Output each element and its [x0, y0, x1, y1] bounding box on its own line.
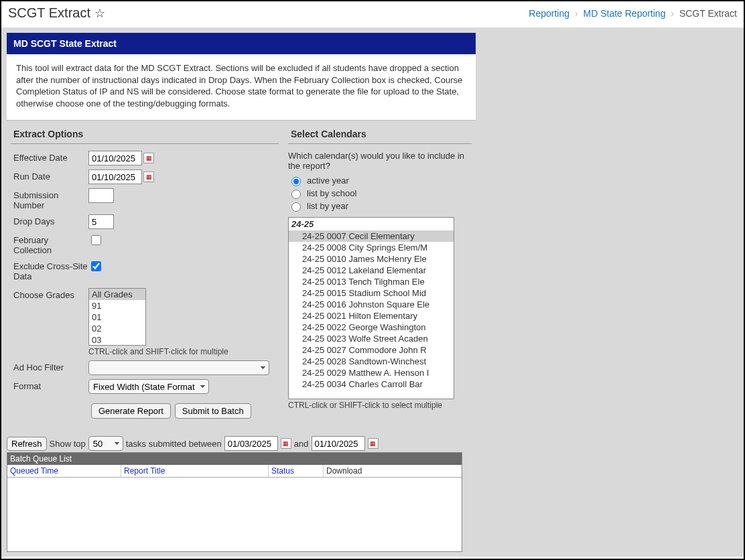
chevron-right-icon: ›	[671, 8, 674, 19]
refresh-button[interactable]: Refresh	[7, 437, 47, 451]
breadcrumb-reporting[interactable]: Reporting	[529, 8, 569, 19]
calendar-item[interactable]: 24-25 0028 Sandtown-Winchest	[289, 356, 454, 367]
breadcrumb: Reporting › MD State Reporting › SCGT Ex…	[529, 8, 737, 19]
queue-date-from-input[interactable]	[224, 436, 278, 451]
grades-listbox[interactable]: All Grades 91 01 02 03	[88, 288, 146, 346]
run-date-input[interactable]	[88, 169, 142, 184]
active-year-label: active year	[307, 176, 349, 186]
exclude-cross-site-checkbox[interactable]	[91, 261, 101, 271]
panel-header: MD SCGT State Extract	[7, 33, 476, 54]
grade-option[interactable]: All Grades	[89, 289, 145, 300]
show-top-select[interactable]: 50	[88, 436, 123, 451]
drop-days-input[interactable]	[88, 214, 114, 229]
calendar-item[interactable]: 24-25 0027 Commodore John R	[289, 344, 454, 356]
calendar-item[interactable]: 24-25 0029 Matthew A. Henson I	[289, 367, 454, 378]
choose-grades-label: Choose Grades	[11, 288, 88, 300]
breadcrumb-current: SCGT Extract	[679, 8, 737, 19]
col-report-title[interactable]: Report Title	[121, 465, 269, 477]
calendar-item[interactable]: 24-25 0012 Lakeland Elementar	[289, 265, 454, 276]
chevron-right-icon: ›	[575, 8, 578, 19]
drop-days-label: Drop Days	[11, 214, 88, 226]
february-collection-label: February Collection	[11, 233, 88, 255]
calendar-listbox[interactable]: 24-25 24-25 0007 Cecil Elementary 24-25 …	[288, 217, 454, 399]
col-download: Download	[324, 465, 462, 477]
list-by-year-radio[interactable]	[291, 202, 301, 212]
calendar-item[interactable]: 24-25 0010 James McHenry Ele	[289, 253, 454, 265]
adhoc-filter-label: Ad Hoc Filter	[11, 360, 88, 372]
calendar-item[interactable]: 24-25 0013 Tench Tilghman Ele	[289, 276, 454, 287]
calendar-hint: CTRL-click or SHIFT-click to select mult…	[288, 401, 472, 410]
submit-to-batch-button[interactable]: Submit to Batch	[175, 403, 251, 419]
format-select[interactable]: Fixed Width (State Format)	[88, 379, 209, 394]
calendar-item[interactable]: 24-25 0016 Johnston Square Ele	[289, 299, 454, 310]
format-label: Format	[11, 379, 88, 391]
generate-report-button[interactable]: Generate Report	[91, 403, 171, 419]
list-by-year-label: list by year	[307, 201, 348, 211]
calendar-item[interactable]: 24-25 0021 Hilton Elementary	[289, 310, 454, 322]
grade-option[interactable]: 01	[89, 311, 145, 323]
calendar-item[interactable]: 24-25 0022 George Washington	[289, 322, 454, 333]
calendar-icon[interactable]: ▦	[281, 438, 291, 449]
submission-number-input[interactable]	[88, 188, 114, 203]
calendar-group: 24-25	[289, 218, 454, 230]
calendar-item[interactable]: 24-25 0008 City Springs Elem/M	[289, 242, 454, 253]
calendar-item[interactable]: 24-25 0023 Wolfe Street Acaden	[289, 333, 454, 344]
extract-options-title: Extract Options	[11, 127, 279, 144]
effective-date-input[interactable]	[88, 151, 142, 165]
calendar-icon[interactable]: ▦	[143, 171, 154, 182]
page-title-text: SCGT Extract	[8, 5, 90, 21]
show-top-label: Show top	[50, 439, 86, 449]
list-by-school-label: list by school	[307, 188, 356, 198]
col-status[interactable]: Status	[269, 465, 324, 477]
calendar-icon[interactable]: ▦	[368, 438, 379, 449]
calendar-question: Which calendar(s) would you like to incl…	[288, 151, 472, 171]
batch-queue-table: Batch Queue List Queued Time Report Titl…	[7, 452, 462, 552]
calendar-item[interactable]: 24-25 0034 Charles Carroll Bar	[289, 378, 454, 390]
list-by-school-radio[interactable]	[291, 190, 301, 199]
run-date-label: Run Date	[11, 169, 88, 182]
calendar-item[interactable]: 24-25 0007 Cecil Elementary	[289, 230, 454, 242]
active-year-radio[interactable]	[291, 177, 301, 186]
grades-hint: CTRL-click and SHIFT-click for multiple	[88, 347, 228, 356]
calendar-icon[interactable]: ▦	[143, 153, 154, 163]
batch-queue-body	[7, 478, 462, 551]
submission-number-label: Submission Number	[11, 188, 88, 210]
queue-date-to-input[interactable]	[312, 436, 365, 451]
effective-date-label: Effective Date	[11, 151, 88, 163]
page-title: SCGT Extract ☆	[8, 5, 105, 21]
exclude-cross-site-label: Exclude Cross-Site Data	[11, 259, 88, 281]
batch-queue-title: Batch Queue List	[7, 453, 462, 465]
panel-description: This tool will extract data for the MD S…	[7, 54, 476, 121]
february-collection-checkbox[interactable]	[91, 235, 101, 245]
grade-option[interactable]: 03	[89, 334, 145, 346]
grade-option[interactable]: 02	[89, 323, 145, 334]
and-label: and	[294, 439, 309, 449]
col-queued-time[interactable]: Queued Time	[7, 465, 121, 477]
select-calendars-title: Select Calendars	[288, 127, 472, 144]
breadcrumb-md-state[interactable]: MD State Reporting	[584, 8, 666, 19]
adhoc-filter-select[interactable]	[88, 360, 269, 375]
calendar-item[interactable]: 24-25 0015 Stadium School Mid	[289, 287, 454, 299]
grade-option[interactable]: 91	[89, 300, 145, 311]
tasks-between-label: tasks submitted between	[126, 439, 222, 449]
favorite-star-icon[interactable]: ☆	[94, 6, 105, 21]
